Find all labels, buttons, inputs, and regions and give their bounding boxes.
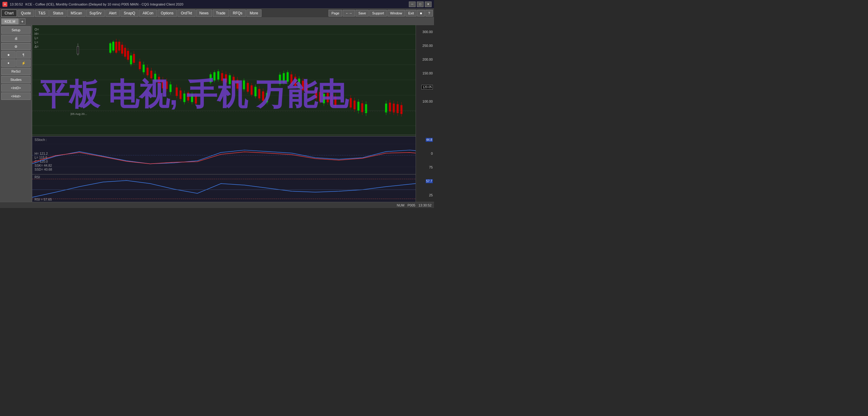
page-button[interactable]: Page (329, 10, 342, 17)
status-time: 13:30:52 (418, 203, 432, 207)
svg-rect-97 (247, 83, 249, 92)
svg-rect-107 (266, 93, 268, 102)
current-price-badge: 120.05 (422, 85, 433, 90)
para-button[interactable]: ¶ (16, 51, 31, 59)
svg-text:L=: L= (35, 36, 38, 40)
svg-rect-123 (306, 83, 308, 92)
svg-rect-77 (195, 96, 197, 103)
menu-ordtkt[interactable]: OrdTkt (178, 9, 195, 17)
intd-button[interactable]: <IntD> (1, 84, 31, 92)
svg-rect-39 (121, 45, 123, 54)
rsi-75: 75 (429, 165, 433, 169)
sidebar-row-1: ★ ¶ (1, 51, 31, 59)
main-area: Setup 🖨 ⚙ ★ ¶ ✦ ⚡ ReScl Studies <IntD> <… (0, 25, 434, 202)
menu-news[interactable]: News (196, 9, 212, 17)
svg-rect-91 (232, 77, 235, 86)
menu-more[interactable]: More (246, 9, 261, 17)
star-button[interactable]: ★ (1, 51, 16, 59)
svg-rect-113 (286, 72, 288, 82)
nav-button[interactable]: ←→ (343, 10, 355, 17)
menu-allcon[interactable]: AllCon (139, 9, 157, 17)
chart-svg: O= H= L= L= Δ= |05 Aug 20... H= 121.2 L=… (32, 25, 415, 202)
svg-text:|05 Aug 20...: |05 Aug 20... (70, 112, 87, 116)
tab-kce-m[interactable]: KCE,M (1, 19, 19, 25)
svg-rect-145 (365, 104, 367, 113)
menu-rfqs[interactable]: RFQs (229, 9, 246, 17)
svg-rect-81 (214, 72, 215, 80)
svg-rect-47 (133, 54, 135, 63)
svg-text:H=: H= (35, 32, 39, 35)
svg-rect-73 (187, 93, 189, 100)
setup-button[interactable]: Setup (1, 26, 31, 34)
price-300: 300.00 (422, 30, 433, 34)
svg-rect-51 (143, 65, 145, 72)
status-right: NUM P005 13:30:52 (397, 203, 432, 207)
sidebar-row-2: ✦ ⚡ (1, 59, 31, 67)
title-text: KCE - Coffee (ICE), Monthly Continuation… (25, 2, 183, 6)
sidebar: Setup 🖨 ⚙ ★ ¶ ✦ ⚡ ReScl Studies <IntD> <… (0, 25, 32, 202)
svg-rect-121 (302, 81, 304, 90)
menu-snapq[interactable]: SnapQ (120, 9, 138, 17)
svg-rect-87 (225, 74, 227, 83)
studies-button[interactable]: Studies (1, 76, 31, 83)
exit-button[interactable]: Exit (405, 10, 416, 17)
menu-status[interactable]: Status (49, 9, 66, 17)
tool2-button[interactable]: ⚡ (16, 59, 31, 67)
svg-rect-109 (279, 75, 281, 84)
maximize-button[interactable]: □ (417, 2, 424, 7)
svg-rect-15 (32, 174, 415, 202)
svg-rect-125 (315, 89, 317, 98)
svg-rect-99 (251, 86, 253, 95)
save-button[interactable]: Save (355, 10, 369, 17)
svg-rect-67 (176, 88, 178, 96)
hist-button[interactable]: <Hist> (1, 93, 31, 100)
svg-rect-33 (113, 42, 114, 51)
svg-text:SSK=  44.82: SSK= 44.82 (35, 163, 52, 167)
tab-add-button[interactable]: + (19, 19, 25, 25)
svg-rect-59 (158, 77, 160, 84)
svg-text:C=  120.0: C= 120.0 (35, 160, 48, 163)
menu-left: Chart Quote T&S Status MScan SupSrv Aler… (1, 9, 261, 17)
settings-button[interactable]: ⚙ (1, 43, 31, 50)
svg-rect-135 (334, 97, 336, 106)
svg-rect-89 (229, 75, 231, 84)
price-200: 200.00 (422, 58, 433, 61)
svg-rect-155 (401, 105, 402, 114)
svg-rect-129 (323, 94, 325, 103)
menu-supsrv[interactable]: SupSrv (86, 9, 105, 17)
menu-options[interactable]: Options (158, 9, 177, 17)
stoch-right-badge: 44.8 (426, 138, 433, 142)
restore-button[interactable]: ■ (417, 10, 425, 17)
price-axis: 300.00 250.00 200.00 150.00 120.05 100.0… (415, 25, 434, 202)
svg-rect-37 (118, 42, 120, 51)
help-button[interactable]: ? (426, 10, 433, 17)
svg-rect-147 (385, 104, 387, 113)
price-150: 150.00 (422, 71, 433, 75)
support-button[interactable]: Support (369, 10, 387, 17)
svg-rect-151 (393, 104, 395, 113)
svg-rect-65 (169, 85, 171, 92)
price-250: 250.00 (422, 44, 433, 47)
menu-alert[interactable]: Alert (105, 9, 120, 17)
rescl-button[interactable]: ReScl (1, 68, 31, 75)
svg-rect-43 (127, 51, 129, 60)
title-bar: ★ 13:30:52 KCE - Coffee (ICE), Monthly C… (0, 0, 434, 8)
status-bar: NUM P005 13:30:52 (0, 202, 434, 208)
print-button[interactable]: 🖨 (1, 35, 31, 42)
window-button[interactable]: Window (388, 10, 405, 17)
stoch-zero: 0 (431, 152, 433, 155)
svg-rect-83 (217, 71, 219, 79)
menu-chart[interactable]: Chart (1, 9, 17, 17)
tool1-button[interactable]: ✦ (1, 59, 16, 67)
menu-quote[interactable]: Quote (18, 9, 34, 17)
close-button[interactable]: ✕ (425, 2, 432, 7)
svg-rect-69 (180, 91, 181, 99)
svg-rect-49 (139, 62, 141, 69)
svg-rect-141 (358, 102, 359, 110)
menu-trade[interactable]: Trade (213, 9, 229, 17)
menu-mscan[interactable]: MScan (67, 9, 85, 17)
svg-rect-31 (110, 43, 111, 53)
menu-ts[interactable]: T&S (35, 9, 49, 17)
minimize-button[interactable]: ─ (409, 2, 415, 7)
svg-rect-29 (77, 46, 79, 54)
